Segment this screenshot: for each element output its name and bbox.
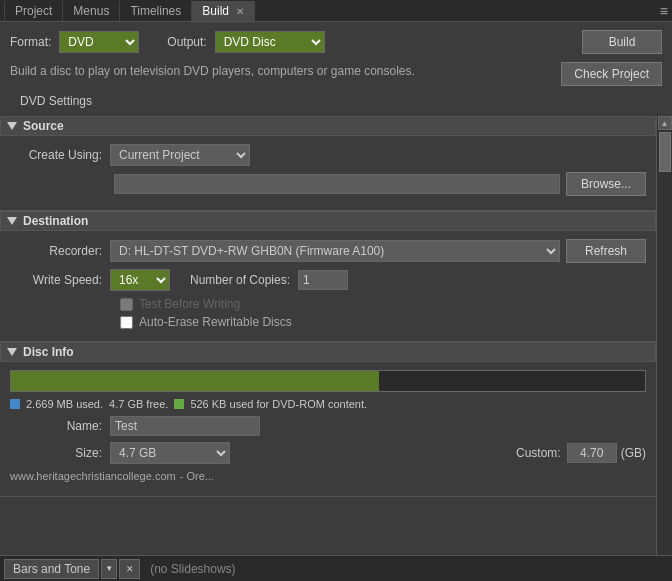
tab-project[interactable]: Project: [4, 1, 63, 21]
scroll-thumb[interactable]: [659, 132, 671, 172]
disc-info-title: Disc Info: [23, 345, 74, 359]
scroll-up-button[interactable]: ▲: [658, 116, 672, 130]
usage-row: 2.669 MB used. 4.7 GB free. 526 KB used …: [10, 398, 646, 410]
auto-erase-checkbox[interactable]: [120, 316, 133, 329]
name-input[interactable]: [110, 416, 260, 436]
main-content: Source Create Using: Current Project Bro…: [0, 116, 672, 581]
create-using-label: Create Using:: [10, 148, 110, 162]
copies-input[interactable]: [298, 270, 348, 290]
gb-unit-label: (GB): [621, 446, 646, 460]
source-title: Source: [23, 119, 64, 133]
browse-button[interactable]: Browse...: [566, 172, 646, 196]
source-panel: Create Using: Current Project Browse...: [0, 136, 656, 211]
check-project-button[interactable]: Check Project: [561, 62, 662, 86]
used-mb-text: 2.669 MB used.: [26, 398, 103, 410]
destination-triangle[interactable]: [7, 217, 17, 225]
destination-title: Destination: [23, 214, 88, 228]
output-select[interactable]: DVD Disc: [215, 31, 325, 53]
bars-tone-label: Bars and Tone: [13, 562, 90, 576]
no-slideshows-text: (no Slideshows): [150, 562, 235, 576]
size-select[interactable]: 4.7 GB: [110, 442, 230, 464]
write-speed-label: Write Speed:: [10, 273, 110, 287]
destination-panel: Recorder: D: HL-DT-ST DVD+-RW GHB0N (Fir…: [0, 231, 656, 342]
write-speed-select[interactable]: 16x: [110, 269, 170, 291]
free-gb-text: 4.7 GB free.: [109, 398, 168, 410]
destination-section-header[interactable]: Destination: [0, 211, 656, 231]
test-before-writing-checkbox[interactable]: [120, 298, 133, 311]
auto-erase-label: Auto-Erase Rewritable Discs: [139, 315, 292, 329]
tab-bar: Project Menus Timelines Build ✕ ≡: [0, 0, 672, 22]
dvdrom-dot: [174, 399, 184, 409]
tab-menus[interactable]: Menus: [63, 1, 120, 21]
source-triangle[interactable]: [7, 122, 17, 130]
format-select[interactable]: DVD: [59, 31, 139, 53]
url-suffix: - Ore...: [180, 470, 214, 482]
bottom-bar: Bars and Tone ▼ × (no Slideshows): [0, 555, 672, 581]
source-path-input[interactable]: [114, 174, 560, 194]
auto-erase-row: Auto-Erase Rewritable Discs: [120, 315, 646, 329]
disc-info-panel: 2.669 MB used. 4.7 GB free. 526 KB used …: [0, 362, 656, 497]
dvd-settings-title: DVD Settings: [10, 90, 662, 112]
disc-usage-bar: [10, 370, 646, 392]
copies-label: Number of Copies:: [190, 273, 290, 287]
name-label: Name:: [10, 419, 110, 433]
menu-icon[interactable]: ≡: [660, 3, 668, 19]
size-label: Size:: [10, 446, 110, 460]
content-area: Source Create Using: Current Project Bro…: [0, 116, 656, 581]
bars-tone-dropdown[interactable]: ▼: [101, 559, 117, 579]
custom-label: Custom:: [516, 446, 561, 460]
test-before-writing-row: Test Before Writing: [120, 297, 646, 311]
close-icon[interactable]: ×: [126, 562, 133, 576]
used-dot: [10, 399, 20, 409]
create-using-select[interactable]: Current Project: [110, 144, 250, 166]
refresh-button[interactable]: Refresh: [566, 239, 646, 263]
tab-timelines[interactable]: Timelines: [120, 1, 192, 21]
bars-tone-tab[interactable]: Bars and Tone: [4, 559, 99, 579]
disc-info-section-header[interactable]: Disc Info: [0, 342, 656, 362]
test-before-writing-label: Test Before Writing: [139, 297, 240, 311]
bars-tone-close[interactable]: ×: [119, 559, 140, 579]
tab-build-close[interactable]: ✕: [236, 6, 244, 17]
format-label: Format:: [10, 35, 51, 49]
source-section-header[interactable]: Source: [0, 116, 656, 136]
disc-usage-fill: [11, 371, 379, 391]
url-text: www.heritagechristiancollege.com: [10, 470, 176, 482]
disc-info-triangle[interactable]: [7, 348, 17, 356]
tab-build[interactable]: Build ✕: [192, 1, 255, 21]
output-label: Output:: [167, 35, 206, 49]
header-area: Format: DVD Output: DVD Disc Build Build…: [0, 22, 672, 116]
build-button[interactable]: Build: [582, 30, 662, 54]
custom-input[interactable]: [567, 443, 617, 463]
dvdrom-text: 526 KB used for DVD-ROM content.: [190, 398, 367, 410]
scrollbar[interactable]: ▲ ▼: [656, 116, 672, 581]
recorder-label: Recorder:: [10, 244, 110, 258]
description-text: Build a disc to play on television DVD p…: [10, 64, 415, 78]
recorder-select[interactable]: D: HL-DT-ST DVD+-RW GHB0N (Firmware A100…: [110, 240, 560, 262]
